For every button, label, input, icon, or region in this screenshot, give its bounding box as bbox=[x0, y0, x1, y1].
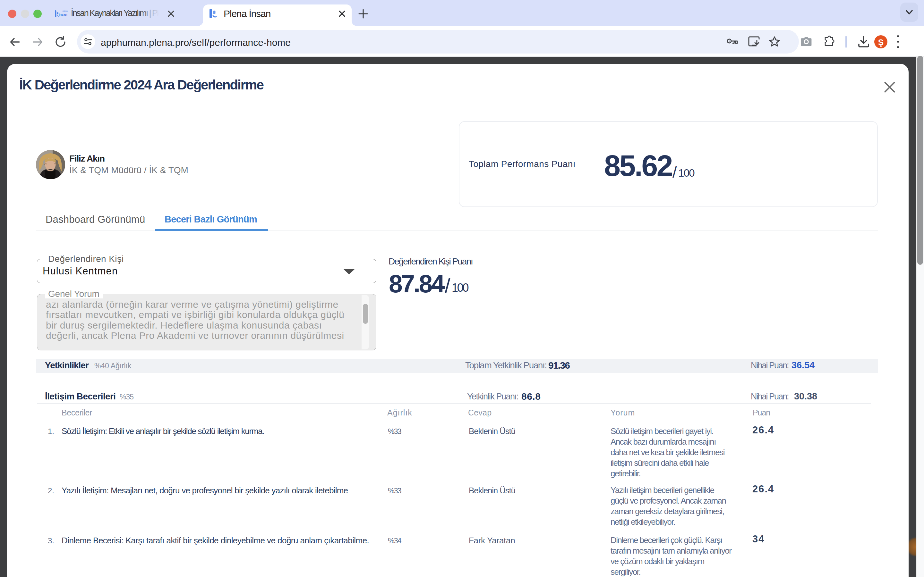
svg-text:insan: insan bbox=[59, 13, 67, 16]
svg-text:plena: plena bbox=[63, 10, 68, 12]
